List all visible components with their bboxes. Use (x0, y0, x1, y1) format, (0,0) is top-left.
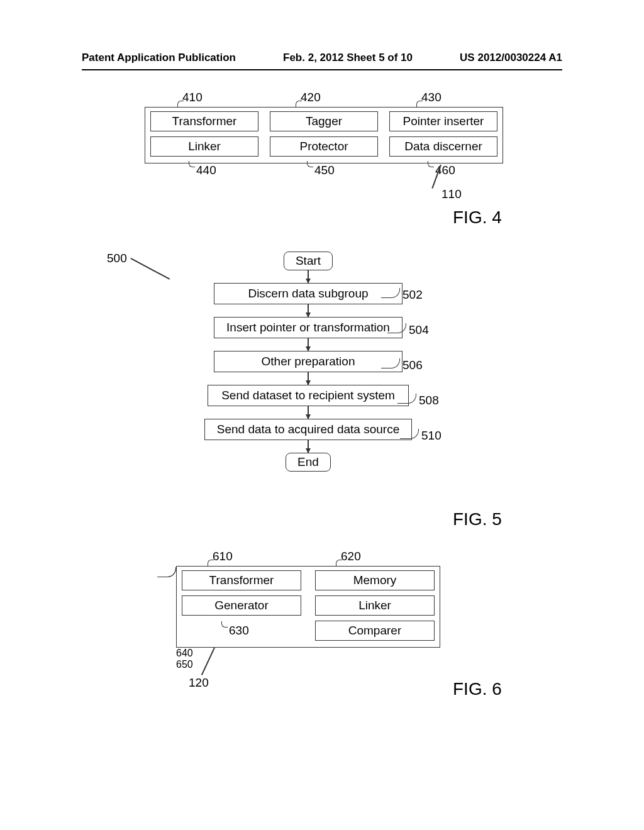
ref-650-text: 650 (176, 659, 193, 670)
arrow-down (308, 304, 309, 317)
arrow-down (308, 270, 309, 283)
step-510: Send data to acquired data source (204, 419, 412, 440)
ref-hook (307, 161, 313, 167)
box-comparer: Comparer (315, 621, 435, 641)
ref-506-text: 506 (402, 358, 423, 372)
ref-440: 440 (196, 163, 216, 177)
header-left: Patent Application Publication (82, 52, 236, 64)
arrow-down (308, 372, 309, 385)
ref-450: 450 (314, 163, 335, 177)
arrow-down (308, 338, 309, 351)
leader-line (131, 258, 170, 279)
box-linker: Linker (150, 136, 258, 157)
box-data-discerner: Data discerner (389, 136, 497, 157)
ref-110: 110 (441, 187, 462, 201)
header-rule (82, 69, 562, 70)
ref-120: 120 (189, 676, 209, 690)
ref-620: 620 (341, 550, 361, 563)
ref-420: 420 (301, 91, 321, 104)
ref-502-text: 502 (402, 288, 423, 301)
fig4-container: Transformer Tagger Pointer inserter Link… (145, 107, 503, 163)
box-protector: Protector (270, 136, 378, 157)
box-tagger: Tagger (270, 111, 378, 131)
ref-hook (221, 621, 228, 628)
fig6-row-extra: Comparer (182, 621, 435, 641)
terminal-start: Start (284, 252, 333, 270)
arrow-down (308, 440, 309, 453)
step-508: Send dataset to recipient system (208, 385, 409, 406)
box-generator: Generator (182, 595, 301, 616)
ref-hook (208, 560, 214, 566)
fig4-row-bot: Linker Protector Data discerner (150, 136, 497, 157)
ref-504: 504 (409, 323, 429, 337)
ref-650: 650 (176, 659, 440, 670)
fig6-label: FIG. 6 (453, 679, 502, 699)
ref-410: 410 (182, 91, 203, 104)
ref-510-text: 510 (421, 429, 441, 442)
figure-6: 610 620 Transformer Memory Generator Lin… (176, 566, 440, 670)
ref-430: 430 (421, 91, 441, 104)
page-header: Patent Application Publication Feb. 2, 2… (0, 52, 644, 64)
ref-hook (336, 560, 342, 566)
figure-5: 500 Start Discern data subgroup Insert p… (107, 252, 509, 516)
fig6-container: Transformer Memory Generator Linker Comp… (176, 566, 440, 648)
fig5-label: FIG. 5 (453, 509, 502, 529)
ref-hook (177, 101, 184, 107)
fig4-row-top: Transformer Tagger Pointer inserter (150, 111, 497, 131)
fig6-row-top: Transformer Memory (182, 570, 435, 590)
ref-510: 510 (421, 429, 441, 443)
ref-508-text: 508 (419, 394, 439, 407)
fig4-label: FIG. 4 (453, 208, 502, 228)
ref-610: 610 (213, 550, 233, 563)
ref-hook (296, 101, 302, 107)
box-transformer-6: Transformer (182, 570, 301, 590)
box-linker-6: Linker (315, 595, 435, 616)
terminal-end: End (286, 453, 331, 472)
ref-640-text: 640 (176, 648, 193, 658)
ref-500: 500 (107, 252, 127, 265)
header-right: US 2012/0030224 A1 (460, 52, 562, 64)
arrow-down (308, 406, 309, 419)
ref-502: 502 (402, 288, 423, 302)
header-mid: Feb. 2, 2012 Sheet 5 of 10 (283, 52, 413, 64)
ref-508: 508 (419, 394, 439, 407)
step-504: Insert pointer or transformation (214, 317, 402, 338)
fig6-row-bot: Generator Linker (182, 595, 435, 616)
ref-504-text: 504 (409, 323, 429, 336)
ref-hook (416, 101, 423, 107)
figure-4: 410 420 430 Transformer Tagger Pointer i… (145, 107, 503, 163)
ref-hook (189, 161, 195, 167)
ref-630: 630 (229, 624, 249, 638)
box-memory: Memory (315, 570, 435, 590)
step-502: Discern data subgroup (214, 283, 402, 304)
ref-hook (428, 161, 434, 167)
box-pointer-inserter: Pointer inserter (389, 111, 497, 131)
ref-506: 506 (402, 358, 423, 372)
step-506: Other preparation (214, 351, 402, 372)
box-transformer: Transformer (150, 111, 258, 131)
ref-640: 640 (176, 648, 440, 659)
